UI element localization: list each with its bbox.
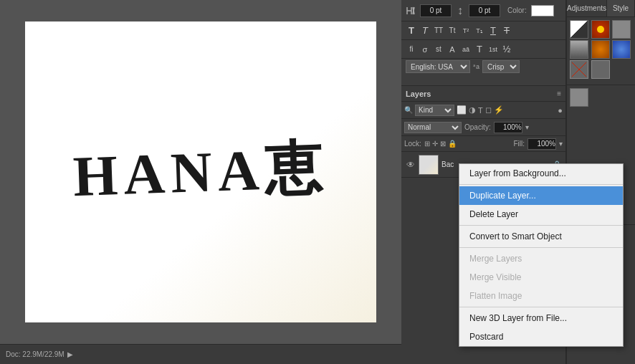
lock-icons: ⊞ ✛ ⊠ 🔒 xyxy=(424,140,457,148)
pixel-filter-icon[interactable]: ⬜ xyxy=(457,105,467,115)
ctx-separator1 xyxy=(459,184,623,185)
aa-select[interactable]: Crisp None Sharp Strong Smooth xyxy=(482,60,520,73)
text-smallcaps-icon[interactable]: Tt xyxy=(447,27,458,34)
color-label: Color: xyxy=(507,6,527,14)
text-format-row2: fi σ st A aā T 1st ½ xyxy=(401,40,565,59)
half-icon[interactable]: ½ xyxy=(501,44,512,54)
lock-move-icon[interactable]: ✛ xyxy=(432,140,438,148)
adjust-filter-icon[interactable]: ◑ xyxy=(469,105,476,115)
swatches-grid xyxy=(567,85,635,110)
doc-info: Doc: 22.9M/22.9M xyxy=(6,350,65,358)
ctx-separator3 xyxy=(459,247,623,248)
layer-visibility-icon[interactable]: 👁 xyxy=(406,160,416,170)
text-sub-icon[interactable]: T₁ xyxy=(474,27,485,34)
lock-artboard-icon[interactable]: ⊠ xyxy=(440,140,446,148)
canvas-content: HANA恵 xyxy=(72,139,329,205)
text-super-icon[interactable]: T² xyxy=(460,27,472,34)
fi-icon[interactable]: fi xyxy=(406,45,417,53)
layers-menu-button[interactable]: ≡ xyxy=(557,90,561,97)
ctx-convert-smart-object[interactable]: Convert to Smart Object xyxy=(459,227,623,246)
type-filter-icon[interactable]: T xyxy=(478,106,483,115)
adjustments-tabs: Adjustments Style xyxy=(567,0,635,17)
text-italic-icon[interactable]: T xyxy=(419,25,431,36)
toolbar-row1: ↕ Color: xyxy=(401,0,565,21)
adjustments-grid xyxy=(567,17,635,82)
blend-mode-select[interactable]: Normal xyxy=(404,122,462,133)
ctx-flatten-image[interactable]: Flatten Image xyxy=(459,287,623,305)
pt-label1 xyxy=(406,6,416,16)
pt-input1[interactable] xyxy=(420,4,452,17)
canvas-image: HANA恵 xyxy=(25,21,376,322)
layers-lock-row: Lock: ⊞ ✛ ⊠ 🔒 Fill: ▾ xyxy=(401,136,565,152)
text-toolbar: ↕ Color: T T TT Tt T² T₁ T T fi σ st A a… xyxy=(401,0,566,86)
sigma-icon[interactable]: σ xyxy=(419,45,431,54)
tab-style[interactable]: Style xyxy=(607,0,635,16)
lang-select[interactable]: English: USA xyxy=(406,60,470,73)
text-underline-icon[interactable]: T xyxy=(487,25,499,36)
ctx-merge-layers[interactable]: Merge Layers xyxy=(459,249,623,268)
smart-filter-icon[interactable]: ⚡ xyxy=(494,105,504,115)
a-caps-icon[interactable]: A xyxy=(447,45,458,54)
layers-filter-row: 🔍 Kind ⬜ ◑ T ◻ ⚡ ● xyxy=(401,102,565,119)
invert-adjustment-icon[interactable] xyxy=(570,60,588,79)
invert-icon-visual xyxy=(570,60,588,79)
status-arrow: ▶ xyxy=(67,350,73,358)
layers-blend-row: Normal Opacity: ▾ xyxy=(401,119,565,136)
hue-sat-adjustment-icon[interactable] xyxy=(591,40,610,59)
text-bold-icon[interactable]: T xyxy=(406,25,417,36)
brightness-adjustment-icon[interactable] xyxy=(570,20,588,39)
text-strike-icon[interactable]: T xyxy=(501,25,512,36)
st-icon[interactable]: st xyxy=(433,45,444,53)
ctx-separator4 xyxy=(459,307,623,307)
text-allcaps-icon[interactable]: TT xyxy=(433,27,444,34)
opacity-label: Opacity: xyxy=(464,123,491,131)
ctx-duplicate-layer[interactable]: Duplicate Layer... xyxy=(459,186,623,205)
posterize-adjustment-icon[interactable] xyxy=(591,60,610,79)
ctx-delete-layer[interactable]: Delete Layer xyxy=(459,205,623,224)
color-swatch[interactable] xyxy=(531,5,554,16)
filter-toggle[interactable]: ● xyxy=(558,106,563,115)
layer-name: Bac xyxy=(441,161,454,168)
curves-adjustment-icon[interactable] xyxy=(570,40,588,59)
vibrance-adjustment-icon[interactable] xyxy=(591,20,610,39)
ctx-layer-from-background[interactable]: Layer from Background... xyxy=(459,164,623,183)
t-frac-icon[interactable]: T xyxy=(474,44,485,54)
fill-arrow[interactable]: ▾ xyxy=(559,140,563,148)
lock-all-icon[interactable]: 🔒 xyxy=(448,140,457,148)
fill-input[interactable] xyxy=(527,138,556,150)
aa-icon-label: ᵃa xyxy=(473,63,479,70)
layers-title: Layers xyxy=(406,90,431,98)
context-menu: Layer from Background... Duplicate Layer… xyxy=(459,163,624,347)
ctx-new-3d-layer[interactable]: New 3D Layer from File... xyxy=(459,309,623,327)
lock-checkers-icon[interactable]: ⊞ xyxy=(424,140,430,148)
opacity-arrow[interactable]: ▾ xyxy=(525,123,529,131)
tab-adjustments[interactable]: Adjustments xyxy=(567,0,607,16)
exposure-adjustment-icon[interactable] xyxy=(612,20,631,39)
layers-header: Layers ≡ xyxy=(401,86,565,102)
lock-label: Lock: xyxy=(404,140,421,148)
text-format-row1: T T TT Tt T² T₁ T T xyxy=(401,21,565,40)
layer-thumbnail xyxy=(419,155,439,175)
opacity-input[interactable] xyxy=(494,122,522,133)
ord-icon[interactable]: 1st xyxy=(487,46,499,53)
color-balance-adjustment-icon[interactable] xyxy=(612,40,631,59)
lang-row: English: USA ᵃa Crisp None Sharp Strong … xyxy=(401,59,565,75)
swatch-gray[interactable] xyxy=(570,88,588,107)
pt-input2[interactable] xyxy=(469,4,500,17)
shape-filter-icon[interactable]: ◻ xyxy=(485,105,492,115)
ctx-postcard[interactable]: Postcard xyxy=(459,327,623,346)
fill-label: Fill: xyxy=(513,140,525,148)
ctx-merge-visible[interactable]: Merge Visible xyxy=(459,268,623,287)
aa-icon[interactable]: aā xyxy=(460,46,472,53)
kind-select[interactable]: Kind xyxy=(415,105,454,116)
ctx-separator2 xyxy=(459,225,623,226)
canvas-area: HANA恵 xyxy=(0,0,401,344)
layer-filter-icons: ⬜ ◑ T ◻ ⚡ xyxy=(457,105,504,115)
